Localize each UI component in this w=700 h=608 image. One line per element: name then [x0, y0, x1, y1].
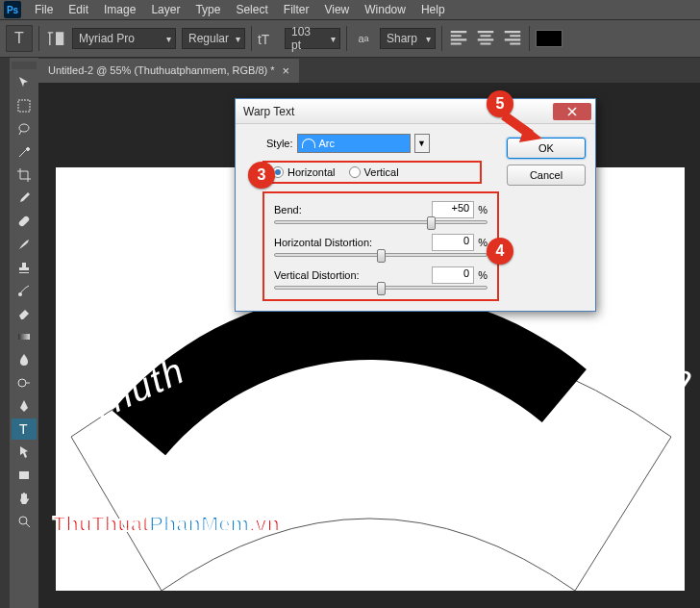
vdist-input[interactable]: 0 — [432, 266, 474, 284]
font-family-dropdown[interactable]: Myriad Pro — [72, 28, 176, 49]
menu-view[interactable]: View — [316, 1, 357, 18]
menu-window[interactable]: Window — [357, 1, 413, 18]
annotation-arrow — [498, 110, 546, 148]
type-tool-icon[interactable]: T — [12, 418, 37, 440]
divider — [346, 26, 347, 51]
svg-rect-3 — [18, 215, 31, 228]
annotation-4: 4 — [487, 238, 513, 265]
menu-bar: Ps File Edit Image Layer Type Select Fil… — [0, 0, 700, 19]
horizontal-label: Horizontal — [288, 166, 336, 178]
crop-tool-icon[interactable] — [12, 165, 37, 186]
menu-file[interactable]: File — [27, 1, 61, 18]
vdist-label: Vertical Distortion: — [274, 269, 360, 281]
dropdown-arrow-icon[interactable]: ▼ — [414, 134, 430, 153]
stamp-tool-icon[interactable] — [12, 257, 37, 278]
svg-text:tT: tT — [258, 33, 270, 47]
hdist-slider[interactable] — [274, 253, 488, 257]
orientation-group: Horizontal Vertical — [262, 161, 482, 184]
svg-rect-1 — [18, 100, 30, 112]
svg-point-2 — [19, 124, 29, 132]
font-style-dropdown[interactable]: Regular — [182, 28, 245, 49]
lasso-tool-icon[interactable] — [12, 118, 37, 139]
bend-label: Bend: — [274, 204, 302, 215]
brush-tool-icon[interactable] — [12, 234, 37, 255]
menu-image[interactable]: Image — [96, 1, 143, 18]
move-tool-icon[interactable] — [12, 72, 37, 93]
font-size-dropdown[interactable]: 103 pt — [285, 28, 340, 49]
dialog-close-button[interactable] — [553, 103, 591, 120]
zoom-tool-icon[interactable] — [12, 511, 37, 532]
options-bar: T Myriad Pro Regular tT 103 pt aa Sharp — [0, 19, 700, 58]
document-tabs: Untitled-2 @ 55% (Thuthuatphanmem, RGB/8… — [38, 58, 700, 83]
close-icon — [567, 107, 577, 116]
arc-icon — [302, 139, 315, 148]
watermark-part2: PhanMem — [149, 512, 249, 536]
slider-thumb[interactable] — [377, 249, 386, 263]
radio-icon — [349, 166, 361, 178]
watermark: ThuThuatPhanMem.vn — [53, 512, 280, 537]
style-label: Style: — [266, 138, 293, 149]
menu-help[interactable]: Help — [413, 1, 453, 18]
menu-type[interactable]: Type — [188, 1, 228, 18]
divider — [529, 26, 530, 51]
slider-thumb[interactable] — [427, 216, 436, 230]
marquee-tool-icon[interactable] — [12, 95, 37, 116]
pen-tool-icon[interactable] — [12, 395, 37, 417]
style-value: Arc — [319, 138, 336, 149]
blur-tool-icon[interactable] — [12, 349, 37, 370]
svg-point-6 — [18, 379, 26, 387]
annotation-3: 3 — [248, 162, 275, 189]
gradient-tool-icon[interactable] — [12, 326, 37, 347]
ps-logo: Ps — [4, 1, 21, 18]
bend-input[interactable]: +50 — [432, 201, 474, 218]
cancel-button[interactable]: Cancel — [507, 165, 586, 186]
watermark-part1: ThuThuat — [53, 512, 149, 536]
text-color-swatch[interactable] — [536, 30, 562, 47]
align-left-icon[interactable] — [448, 28, 469, 49]
history-brush-tool-icon[interactable] — [12, 280, 37, 301]
menu-edit[interactable]: Edit — [61, 1, 96, 18]
close-icon[interactable]: × — [283, 63, 290, 78]
menu-filter[interactable]: Filter — [276, 1, 317, 18]
align-center-icon[interactable] — [475, 28, 496, 49]
hand-tool-icon[interactable] — [12, 488, 37, 509]
distortion-controls: Bend: +50 % Horizontal Distortion: 0 % — [262, 191, 499, 301]
warped-text-right: m — [655, 350, 700, 401]
percent-label: % — [478, 204, 488, 215]
watermark-part3: .vn — [249, 512, 280, 536]
horizontal-radio[interactable]: Horizontal — [272, 166, 336, 178]
hdist-label: Horizontal Distortion: — [274, 237, 372, 248]
vdist-slider[interactable] — [274, 286, 488, 290]
type-tool-preset-icon[interactable]: T — [6, 25, 33, 52]
svg-rect-8 — [19, 471, 29, 479]
toolbar-grip[interactable] — [12, 62, 37, 69]
vertical-label: Vertical — [364, 166, 399, 178]
anti-alias-icon: aa — [353, 28, 374, 49]
vertical-radio[interactable]: Vertical — [349, 166, 399, 178]
percent-label: % — [478, 269, 488, 281]
svg-point-9 — [19, 517, 27, 524]
anti-alias-dropdown[interactable]: Sharp — [380, 28, 436, 49]
font-size-icon: tT — [258, 28, 279, 49]
divider — [441, 26, 442, 51]
svg-point-4 — [18, 292, 22, 296]
style-dropdown[interactable]: Arc — [297, 134, 411, 153]
eraser-tool-icon[interactable] — [12, 303, 37, 324]
hdist-input[interactable]: 0 — [432, 234, 474, 251]
wand-tool-icon[interactable] — [12, 141, 37, 163]
eyedropper-tool-icon[interactable] — [12, 188, 37, 209]
divider — [38, 26, 39, 51]
bend-slider[interactable] — [274, 220, 488, 224]
dialog-body: Style: Arc ▼ Horizontal Vertical — [236, 124, 595, 311]
rectangle-tool-icon[interactable] — [12, 465, 37, 486]
dodge-tool-icon[interactable] — [12, 372, 37, 393]
svg-text:T: T — [19, 421, 28, 437]
menu-select[interactable]: Select — [228, 1, 275, 18]
menu-layer[interactable]: Layer — [143, 1, 188, 18]
align-right-icon[interactable] — [502, 28, 523, 49]
healing-tool-icon[interactable] — [12, 211, 37, 232]
slider-thumb[interactable] — [377, 282, 386, 295]
path-select-tool-icon[interactable] — [12, 442, 37, 463]
text-orientation-icon[interactable] — [45, 28, 66, 49]
document-tab[interactable]: Untitled-2 @ 55% (Thuthuatphanmem, RGB/8… — [38, 59, 299, 83]
